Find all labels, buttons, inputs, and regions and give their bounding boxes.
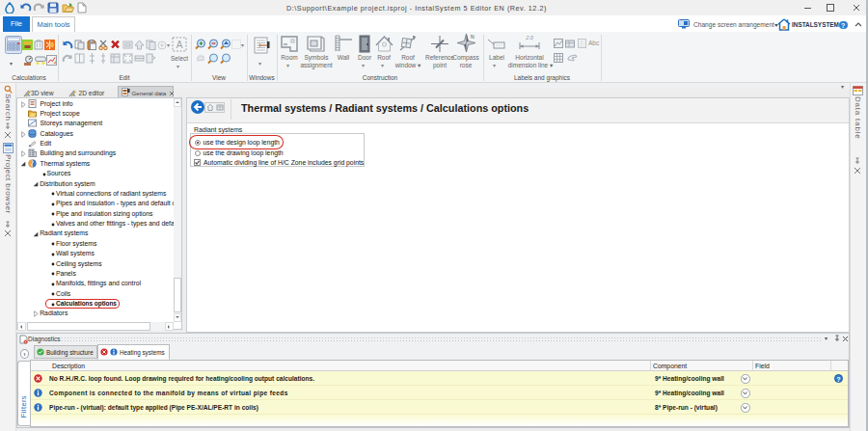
svg-text:N: N <box>471 34 475 40</box>
svg-text:A: A <box>176 40 183 50</box>
svg-text:2.0: 2.0 <box>525 35 534 40</box>
